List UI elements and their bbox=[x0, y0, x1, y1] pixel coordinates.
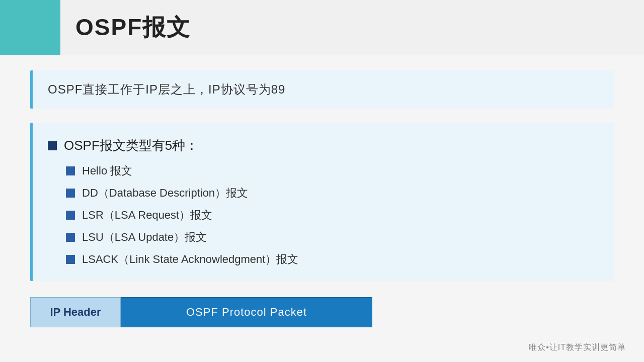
bullet-square-sub-2 bbox=[66, 211, 75, 220]
watermark: 唯众•让IT教学实训更简单 bbox=[529, 342, 626, 353]
list-block: OSPF报文类型有5种： Hello 报文 DD（Database Descri… bbox=[30, 123, 614, 281]
main-content: OSPF直接工作于IP层之上，IP协议号为89 OSPF报文类型有5种： Hel… bbox=[0, 55, 644, 337]
sub-list: Hello 报文 DD（Database Description）报文 LSR（… bbox=[66, 163, 599, 267]
sub-list-label-0: Hello 报文 bbox=[82, 163, 132, 178]
list-item: Hello 报文 bbox=[66, 163, 599, 178]
main-list-label: OSPF报文类型有5种： bbox=[64, 137, 198, 154]
sub-list-label-3: LSU（LSA Update）报文 bbox=[82, 230, 207, 245]
list-item: DD（Database Description）报文 bbox=[66, 186, 599, 201]
header-title-area: OSPF报文 bbox=[60, 0, 644, 55]
bullet-square-main bbox=[48, 141, 57, 150]
header: OSPF报文 bbox=[0, 0, 644, 55]
bullet-square-sub-1 bbox=[66, 189, 75, 198]
bullet-square-sub-3 bbox=[66, 233, 75, 242]
list-item: LSR（LSA Request）报文 bbox=[66, 208, 599, 223]
info-text: OSPF直接工作于IP层之上，IP协议号为89 bbox=[48, 82, 285, 96]
ospf-packet-block: OSPF Protocol Packet bbox=[121, 297, 372, 327]
sub-list-label-2: LSR（LSA Request）报文 bbox=[82, 208, 212, 223]
sub-list-label-4: LSACK（Link State Acknowledgment）报文 bbox=[82, 252, 298, 267]
ospf-packet-label: OSPF Protocol Packet bbox=[186, 306, 307, 319]
list-item: LSU（LSA Update）报文 bbox=[66, 230, 599, 245]
main-list-item: OSPF报文类型有5种： bbox=[48, 137, 599, 154]
bullet-square-sub-0 bbox=[66, 166, 75, 175]
page-title: OSPF报文 bbox=[75, 12, 191, 43]
header-accent-bar bbox=[0, 0, 60, 55]
ip-header-label: IP Header bbox=[50, 306, 101, 319]
packet-diagram: IP Header OSPF Protocol Packet bbox=[30, 297, 372, 327]
info-block: OSPF直接工作于IP层之上，IP协议号为89 bbox=[30, 70, 614, 109]
sub-list-label-1: DD（Database Description）报文 bbox=[82, 186, 248, 201]
list-item: LSACK（Link State Acknowledgment）报文 bbox=[66, 252, 599, 267]
ip-header-block: IP Header bbox=[30, 297, 121, 327]
bullet-square-sub-4 bbox=[66, 255, 75, 264]
